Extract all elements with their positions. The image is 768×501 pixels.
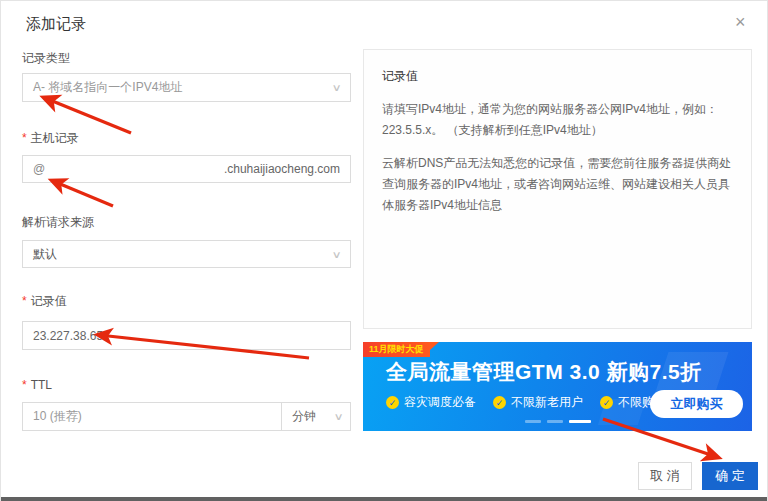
host-record-label-text: 主机记录 [31, 131, 79, 145]
chevron-down-icon: ∨ [333, 411, 343, 422]
window-bottom-edge [1, 497, 768, 501]
ttl-unit-value: 分钟 [292, 408, 316, 425]
required-asterisk: * [22, 378, 27, 392]
confirm-button[interactable]: 确 定 [702, 462, 758, 490]
feature-item: ✓ 容灾调度必备 [386, 394, 476, 411]
domain-suffix: .chuhaijiaocheng.com [224, 162, 340, 176]
ttl-unit-select[interactable]: 分钟 ∨ [281, 402, 351, 431]
check-icon: ✓ [493, 396, 506, 409]
feature-label: 不限新老用户 [511, 394, 583, 411]
chevron-down-icon: ∨ [331, 249, 341, 260]
record-type-label: 记录类型 [22, 50, 70, 67]
promo-features: ✓ 容灾调度必备 ✓ 不限新老用户 ✓ 不限购买时长 [386, 394, 690, 411]
record-value-label-text: 记录值 [31, 294, 67, 308]
arrow-host-record [53, 181, 113, 206]
buy-now-button[interactable]: 立即购买 [650, 390, 743, 418]
feature-label: 容灾调度必备 [404, 394, 476, 411]
promo-title: 全局流量管理GTM 3.0 新购7.5折 [386, 358, 702, 386]
help-paragraph-1: 请填写IPv4地址，通常为您的网站服务器公网IPv4地址，例如：223.5.5.… [382, 99, 733, 141]
arrow-record-type [45, 98, 131, 133]
help-paragraph-2: 云解析DNS产品无法知悉您的记录值，需要您前往服务器提供商处查询服务器的IPv4… [382, 153, 733, 216]
page-title: 添加记录 [26, 15, 86, 34]
required-asterisk: * [22, 131, 27, 145]
ttl-value: 10 (推荐) [33, 408, 82, 425]
add-record-dialog: 添加记录 × 记录类型 A- 将域名指向一个IPV4地址 ∨ *主机记录 @ .… [0, 0, 768, 501]
ttl-label: *TTL [22, 378, 52, 392]
check-icon: ✓ [386, 396, 399, 409]
host-record-label: *主机记录 [22, 130, 79, 147]
carousel-dot-active[interactable] [569, 420, 591, 423]
promo-banner[interactable]: 11月限时大促 全局流量管理GTM 3.0 新购7.5折 ✓ 容灾调度必备 ✓ … [363, 342, 752, 431]
check-icon: ✓ [600, 396, 613, 409]
record-value-label: *记录值 [22, 293, 67, 310]
help-panel: 记录值 请填写IPv4地址，通常为您的网站服务器公网IPv4地址，例如：223.… [363, 49, 752, 329]
flame-icon [430, 342, 439, 357]
required-asterisk: * [22, 294, 27, 308]
record-value-input[interactable]: 23.227.38.65 [22, 321, 351, 350]
ttl-input[interactable]: 10 (推荐) [22, 402, 282, 431]
help-panel-title: 记录值 [382, 68, 733, 85]
promo-ribbon: 11月限时大促 [363, 342, 430, 357]
carousel-dot[interactable] [547, 420, 563, 423]
resolution-source-label: 解析请求来源 [22, 214, 94, 231]
host-record-input[interactable]: @ .chuhaijiaocheng.com [22, 155, 351, 183]
carousel-dots[interactable] [525, 420, 591, 423]
resolution-source-value: 默认 [33, 246, 57, 263]
ttl-row: 10 (推荐) 分钟 ∨ [22, 402, 351, 431]
record-value-text: 23.227.38.65 [33, 329, 103, 343]
cancel-button[interactable]: 取 消 [638, 462, 692, 490]
feature-item: ✓ 不限新老用户 [493, 394, 583, 411]
chevron-down-icon: ∨ [331, 82, 341, 93]
resolution-source-select[interactable]: 默认 ∨ [22, 240, 351, 268]
host-record-value: @ [33, 162, 45, 176]
ttl-label-text: TTL [31, 378, 52, 392]
close-icon[interactable]: × [735, 13, 746, 31]
carousel-dot[interactable] [525, 420, 541, 423]
record-type-select[interactable]: A- 将域名指向一个IPV4地址 ∨ [22, 73, 351, 102]
promo-ribbon-text: 11月限时大促 [369, 343, 424, 356]
record-type-value: A- 将域名指向一个IPV4地址 [33, 79, 182, 96]
